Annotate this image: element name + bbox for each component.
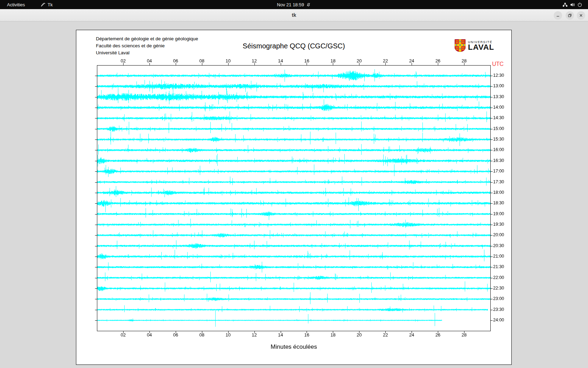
utc-row-label: 16:30 [493,158,504,163]
x-tick-label-bottom: 04 [142,332,156,338]
bell-muted-icon [306,2,311,7]
tk-icon [41,2,46,7]
x-tick-label-bottom: 20 [352,332,366,338]
x-tick-label-bottom: 02 [116,332,130,338]
x-tick-label-bottom: 22 [378,332,392,338]
desktop: Activities Tk Nov 21 18:59 [0,0,588,368]
x-tick-label-top: 08 [195,58,209,63]
app-menu-label: Tk [48,2,52,7]
x-tick-label-top: 04 [142,58,156,63]
clock-label: Nov 21 18:59 [277,2,304,7]
x-tick-label-top: 24 [405,58,419,63]
utc-row-label: 15:00 [493,126,504,131]
utc-row-label: 17:00 [493,169,504,173]
x-tick-label-top: 10 [221,58,235,63]
utc-row-label: 13:00 [493,83,504,88]
utc-row-label: 22:00 [493,275,504,280]
x-axis-title: Minutes écoulées [76,343,511,350]
x-tick-label-bottom: 12 [247,332,261,338]
x-tick-label-top: 26 [431,58,445,63]
utc-row-label: 18:00 [493,190,504,195]
x-tick-label-bottom: 26 [431,332,445,338]
utc-row-label: 20:30 [493,243,504,248]
activities-button[interactable]: Activities [4,0,28,9]
window-title-bar: tk [0,9,588,21]
activities-label: Activities [7,2,25,7]
x-tick-label-top: 02 [116,58,130,63]
maximize-button[interactable] [566,11,574,20]
utc-row-label: 15:30 [493,137,504,142]
utc-row-label: 19:00 [493,211,504,216]
utc-row-label: 18:30 [493,200,504,205]
seismogram-traces [76,30,511,364]
utc-row-label: 16:00 [493,147,504,152]
power-icon [577,2,582,7]
x-tick-label-bottom: 18 [326,332,340,338]
clock-menu[interactable]: Nov 21 18:59 [277,0,311,9]
x-tick-label-top: 12 [247,58,261,63]
x-tick-label-top: 16 [300,58,314,63]
x-tick-label-top: 20 [352,58,366,63]
utc-row-label: 19:30 [493,222,504,227]
window-title: tk [0,12,588,18]
utc-row-label: 22:30 [493,286,504,291]
app-menu-tk[interactable]: Tk [38,0,55,9]
volume-icon [570,2,575,7]
system-status-area[interactable] [560,0,585,9]
minimize-button[interactable] [554,11,562,20]
x-tick-label-top: 22 [378,58,392,63]
utc-row-label: 23:00 [493,296,504,301]
utc-row-label: 24:00 [493,318,504,322]
utc-row-label: 14:00 [493,105,504,110]
utc-row-label: 17:30 [493,179,504,184]
utc-row-label: 21:30 [493,264,504,269]
x-tick-label-top: 18 [326,58,340,63]
utc-row-label: 23:30 [493,307,504,312]
utc-row-label: 12:30 [493,73,504,78]
x-tick-label-bottom: 24 [405,332,419,338]
utc-row-label: 13:30 [493,94,504,99]
utc-row-label: 14:30 [493,115,504,120]
utc-row-label: 21:00 [493,254,504,259]
x-tick-label-bottom: 28 [457,332,471,338]
x-tick-label-bottom: 14 [274,332,288,338]
x-tick-label-top: 28 [457,58,471,63]
x-tick-label-bottom: 16 [300,332,314,338]
tk-client-area: Département de géologie et de génie géol… [0,22,588,368]
gnome-top-bar: Activities Tk Nov 21 18:59 [0,0,588,9]
seismograph-canvas: Département de géologie et de génie géol… [76,30,512,365]
network-icon [562,2,568,7]
x-tick-label-top: 14 [274,58,288,63]
x-tick-label-bottom: 10 [221,332,235,338]
utc-row-label: 20:00 [493,232,504,237]
x-tick-label-bottom: 06 [169,332,183,338]
x-tick-label-bottom: 08 [195,332,209,338]
close-button[interactable] [577,11,585,20]
x-tick-label-top: 06 [169,58,183,63]
